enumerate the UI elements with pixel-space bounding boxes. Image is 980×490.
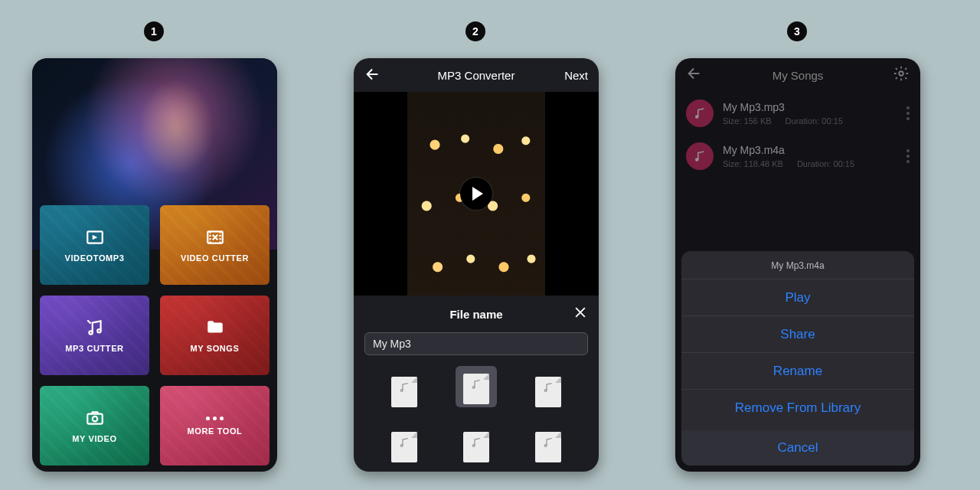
panel-title: File name [449,308,502,321]
song-duration: Duration: 00:15 [786,116,843,126]
filename-input[interactable] [364,332,588,355]
format-aif[interactable]: AIF [456,421,497,462]
song-size: Size: 118.48 KB [723,159,783,168]
play-button[interactable] [460,178,492,210]
music-note-icon [693,149,707,163]
back-icon [686,65,703,82]
format-mp3[interactable]: MP3 [384,366,425,407]
music-note-icon [542,436,554,449]
tile-label: MP3 CUTTER [65,344,123,353]
svg-point-3 [97,329,100,332]
settings-button[interactable] [893,65,910,85]
next-button[interactable]: Next [564,69,588,82]
converter-screen: MP3 Converter Next File name MP3 M4A [354,58,599,472]
back-button[interactable] [364,66,381,85]
music-note-icon [542,381,554,394]
svg-point-2 [89,331,92,334]
tile-mp3-cutter[interactable]: MP3 CUTTER [40,296,149,375]
svg-point-10 [472,445,475,447]
tile-more-tool[interactable]: MORE TOOL [160,386,270,466]
svg-rect-1 [207,231,223,243]
page-title: MP3 Converter [438,69,515,82]
music-note-icon [398,381,410,394]
svg-point-7 [472,387,475,389]
format-m4a[interactable]: M4A [456,366,497,407]
svg-rect-0 [87,231,103,243]
close-button[interactable] [573,305,588,320]
svg-point-9 [400,445,403,447]
song-size: Size: 156 KB [723,116,772,126]
camera-icon [85,408,105,428]
gear-icon [893,65,910,82]
tile-label: VIDEO CUTTER [181,253,249,263]
format-wav[interactable]: WAV [528,366,569,407]
my-songs-screen: My Songs My Mp3.mp3 Size: 156 KBDuration… [675,58,920,472]
video2mp3-icon [85,227,105,247]
more-icon [206,416,224,420]
svg-rect-4 [87,414,103,424]
action-sheet: My Mp3.m4a Play Share Rename Remove From… [681,251,914,466]
tile-label: MORE TOOL [188,426,243,436]
tile-videotomp3[interactable]: VIDEOTOMP3 [40,205,149,285]
sheet-option-share[interactable]: Share [681,315,914,352]
song-name: My Mp3.mp3 [723,101,897,113]
svg-point-13 [696,116,698,118]
sheet-title: My Mp3.m4a [681,251,914,279]
song-icon [686,142,714,170]
tile-video-cutter[interactable]: VIDEO CUTTER [160,205,270,285]
sheet-cancel[interactable]: Cancel [681,430,914,466]
svg-point-8 [544,390,547,392]
svg-point-5 [92,416,97,422]
navbar: MP3 Converter Next [354,58,599,92]
back-button[interactable] [686,65,703,85]
tile-my-songs[interactable]: MY SONGS [160,296,270,375]
mp3-cutter-icon [85,318,105,338]
sheet-option-play[interactable]: Play [681,279,914,315]
tile-label: VIDEOTOMP3 [65,253,125,263]
song-duration: Duration: 00:15 [797,159,854,168]
sheet-option-remove[interactable]: Remove From Library [681,389,914,426]
tile-label: MY VIDEO [72,434,116,443]
step-badge: 3 [787,21,807,41]
more-button[interactable] [906,149,910,163]
back-icon [364,66,381,83]
more-button[interactable] [906,106,910,120]
music-note-icon [470,436,482,449]
close-icon [573,305,588,320]
format-aac[interactable]: AAC [384,421,425,462]
song-row[interactable]: My Mp3.mp3 Size: 156 KBDuration: 00:15 [675,92,920,135]
svg-point-6 [400,390,403,392]
folder-icon [205,318,225,338]
song-icon [686,100,714,127]
step-badge: 1 [144,21,164,41]
song-row[interactable]: My Mp3.m4a Size: 118.48 KBDuration: 00:1… [675,135,920,178]
navbar: My Songs [675,58,920,92]
music-note-icon [693,106,707,120]
home-screen: VIDEOTOMP3 VIDEO CUTTER MP3 CUTTER MY SO… [32,58,277,472]
music-note-icon [398,436,410,449]
svg-point-12 [899,71,903,76]
svg-point-14 [696,158,698,161]
video-cutter-icon [205,227,225,247]
page-title: My Songs [773,69,824,82]
format-grid: MP3 M4A WAV AAC AIF CAF [364,366,588,462]
sheet-option-rename[interactable]: Rename [681,352,914,389]
svg-point-11 [544,445,547,447]
music-note-icon [470,378,482,390]
song-name: My Mp3.m4a [723,144,897,156]
step-badge: 2 [466,21,485,41]
video-preview[interactable] [354,92,599,296]
format-caf[interactable]: CAF [528,421,569,462]
tile-label: MY SONGS [191,344,240,353]
tile-my-video[interactable]: MY VIDEO [40,386,149,466]
